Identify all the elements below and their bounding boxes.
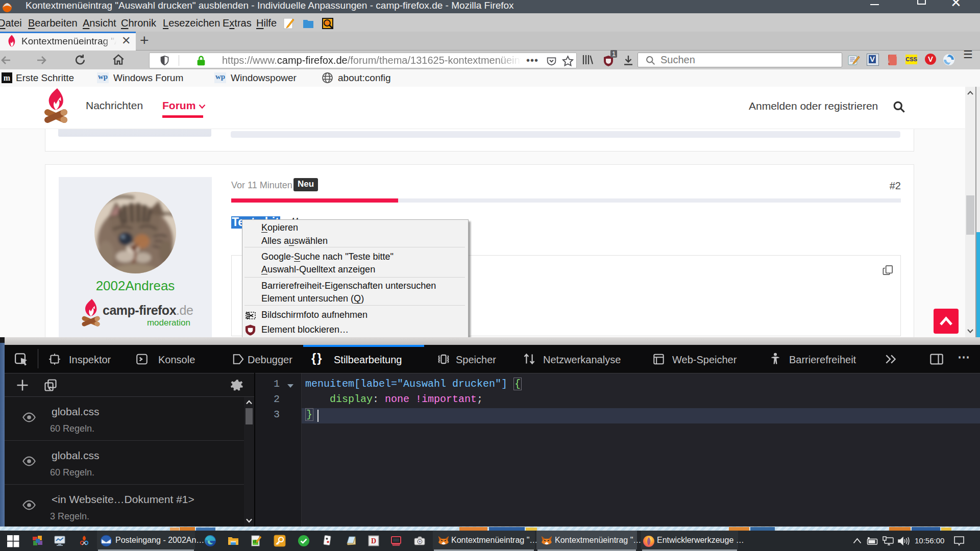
svg-text:D: D — [371, 537, 376, 545]
